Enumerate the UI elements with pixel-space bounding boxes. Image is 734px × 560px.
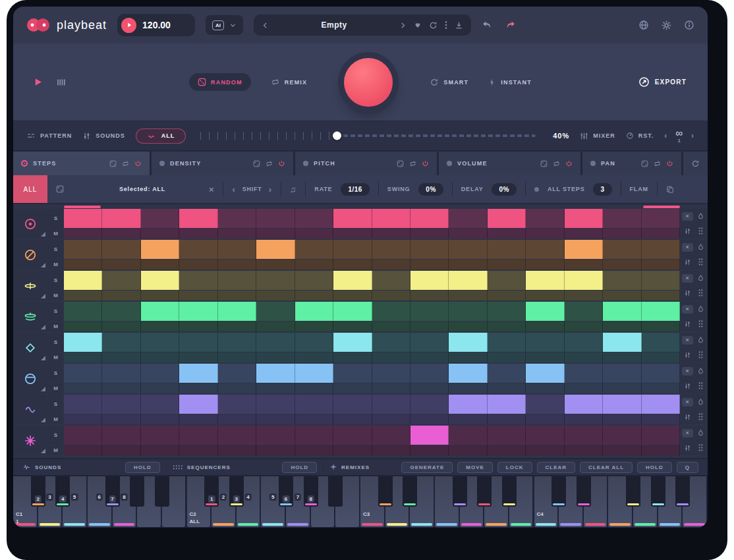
select-all-tracks-button[interactable]: ALL [13, 175, 47, 203]
mute-button[interactable]: M [48, 352, 63, 362]
step-cell[interactable] [295, 302, 333, 321]
mute-button[interactable]: M [48, 322, 63, 331]
track-expand-corner[interactable] [41, 325, 45, 329]
sequencers-hold-button[interactable]: HOLD [282, 462, 317, 473]
mute-row-cell[interactable] [102, 414, 140, 424]
step-cell[interactable] [218, 271, 256, 290]
step-cell[interactable] [218, 426, 256, 445]
step-cell[interactable] [526, 333, 564, 352]
mixer-button[interactable]: MIXER [580, 132, 615, 140]
all-filter-pill[interactable]: ALL [136, 128, 186, 144]
page-next-icon[interactable]: › [691, 131, 694, 140]
step-cell[interactable] [333, 333, 372, 352]
mute-row-cell[interactable] [410, 352, 449, 362]
track-tune-icon[interactable] [684, 289, 691, 297]
step-cell[interactable] [642, 364, 680, 383]
step-cell[interactable] [256, 271, 295, 290]
mute-row-cell[interactable] [449, 383, 487, 393]
dice-icon[interactable] [109, 160, 117, 167]
step-cell[interactable] [372, 395, 410, 414]
step-cell[interactable] [64, 302, 102, 321]
step-cell[interactable] [179, 240, 217, 259]
track-clear-icon[interactable]: × [682, 429, 693, 437]
humanize-droplet-icon[interactable] [697, 336, 704, 344]
save-download-icon[interactable] [455, 21, 463, 30]
step-cell[interactable] [565, 395, 603, 414]
step-cell[interactable] [256, 240, 295, 259]
piano-black-key[interactable] [328, 476, 343, 507]
mute-row-cell[interactable] [256, 260, 295, 269]
play-button[interactable] [33, 77, 43, 87]
loop-icon[interactable] [654, 160, 661, 167]
solo-button[interactable]: S [48, 271, 63, 290]
step-cell[interactable] [102, 395, 140, 414]
mute-row-cell[interactable] [102, 229, 140, 238]
mute-row-cell[interactable] [333, 414, 372, 424]
mute-row-cell[interactable] [526, 445, 564, 455]
power-icon[interactable] [422, 160, 429, 167]
step-cell[interactable] [372, 426, 410, 445]
step-cell[interactable] [565, 333, 603, 352]
mute-row-cell[interactable] [179, 322, 217, 331]
piano-black-key[interactable]: 2 [31, 476, 45, 507]
track-clear-icon[interactable]: × [682, 336, 693, 345]
mute-row-cell[interactable] [256, 291, 295, 300]
mute-row-cell[interactable] [449, 352, 487, 362]
loop-icon[interactable] [409, 160, 416, 167]
mute-button[interactable]: M [48, 445, 63, 455]
solo-button[interactable]: S [48, 364, 63, 383]
mute-row-cell[interactable] [526, 291, 564, 300]
drag-handle-icon[interactable] [698, 381, 704, 390]
track-clear-icon[interactable]: × [682, 305, 693, 314]
track-tune-icon[interactable] [684, 413, 691, 421]
mute-button[interactable]: M [48, 383, 63, 393]
mute-row-cell[interactable] [372, 414, 410, 424]
step-cell[interactable] [218, 302, 256, 321]
power-icon[interactable] [666, 160, 673, 167]
mute-row-cell[interactable] [410, 322, 449, 331]
closed-hihat-icon[interactable] [13, 271, 47, 300]
mute-row-cell[interactable] [603, 383, 641, 393]
mute-row-cell[interactable] [372, 229, 410, 238]
step-cell[interactable] [64, 209, 102, 228]
mute-row-cell[interactable] [179, 445, 217, 455]
mute-row-cell[interactable] [179, 229, 217, 238]
mute-row-cell[interactable] [372, 291, 410, 300]
step-cell[interactable] [603, 240, 641, 259]
mute-row-cell[interactable] [295, 229, 333, 238]
step-cell[interactable] [256, 426, 295, 445]
step-cell[interactable] [603, 271, 641, 290]
piano-black-key[interactable]: 7 [105, 476, 120, 507]
step-cell[interactable] [179, 302, 217, 321]
solo-button[interactable]: S [48, 333, 63, 352]
step-cell[interactable] [642, 209, 680, 228]
solo-button[interactable]: S [48, 302, 63, 321]
mute-row-cell[interactable] [179, 291, 217, 300]
power-icon[interactable] [565, 160, 573, 167]
step-cell[interactable] [102, 302, 140, 321]
mute-row-cell[interactable] [449, 291, 487, 300]
step-cell[interactable] [179, 364, 217, 383]
mute-row-cell[interactable] [102, 260, 140, 269]
loop-icon[interactable] [553, 160, 560, 167]
track-tune-icon[interactable] [684, 351, 691, 359]
mute-row-cell[interactable] [295, 383, 333, 393]
mute-row-cell[interactable] [603, 445, 641, 455]
track-expand-corner[interactable] [41, 232, 45, 237]
shift-left-icon[interactable]: ‹ [232, 185, 235, 194]
step-cell[interactable] [526, 271, 564, 290]
step-cell[interactable] [372, 240, 410, 259]
mute-row-cell[interactable] [642, 291, 680, 300]
mute-row-cell[interactable] [449, 414, 487, 424]
preset-prev-icon[interactable] [262, 22, 269, 29]
page-prev-icon[interactable]: ‹ [664, 131, 667, 140]
mute-row-cell[interactable] [526, 229, 564, 238]
step-cell[interactable] [333, 271, 372, 290]
mute-row-cell[interactable] [218, 352, 256, 362]
mute-button[interactable]: M [48, 414, 63, 424]
mute-row-cell[interactable] [526, 322, 564, 331]
step-cell[interactable] [102, 209, 140, 228]
burst-fx-icon[interactable] [13, 426, 47, 455]
step-cell[interactable] [410, 209, 449, 228]
mute-row-cell[interactable] [565, 291, 603, 300]
